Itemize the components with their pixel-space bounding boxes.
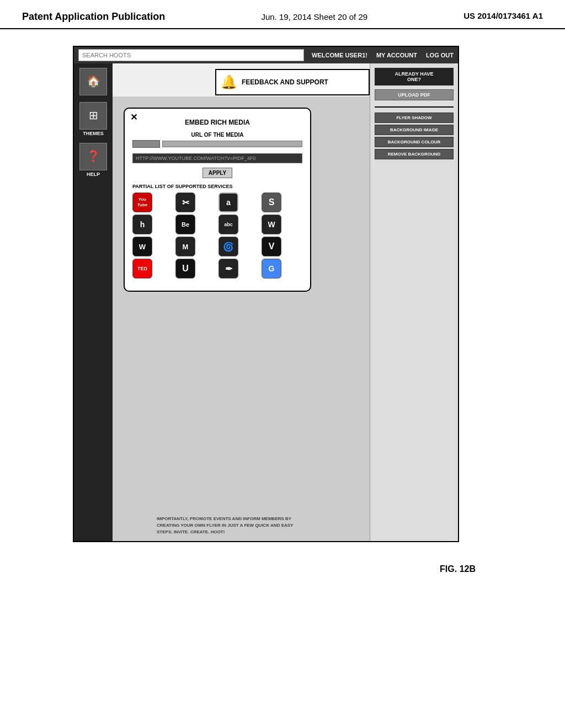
service-h[interactable]: h bbox=[132, 215, 152, 234]
app-wrapper: WELCOME USER1! MY ACCOUNT LOG OUT 🏠 ⊞ bbox=[73, 46, 459, 542]
nav-welcome: WELCOME USER1! bbox=[312, 52, 367, 58]
upload-pdf-button[interactable]: UPLOAD PDF bbox=[375, 89, 454, 100]
already-have-text: ALREADY HAVEONE? bbox=[375, 68, 454, 85]
sidebar-item-help[interactable]: ❓ bbox=[79, 143, 107, 170]
header-date-sheet: Jun. 19, 2014 Sheet 20 of 29 bbox=[261, 11, 367, 23]
modal-overlay: ✕ EMBED RICH MEDIA URL OF THE MEDIA APPL… bbox=[113, 97, 370, 541]
feedback-title: FEEDBACK AND SUPPORT bbox=[242, 78, 328, 86]
slider-area bbox=[132, 140, 302, 148]
apply-button[interactable]: APPLY bbox=[202, 168, 232, 178]
service-U[interactable]: U bbox=[175, 259, 195, 279]
option-remove-background[interactable]: REMOVE BACKGROUND bbox=[375, 149, 454, 159]
service-G[interactable]: G bbox=[262, 259, 281, 279]
url-input[interactable] bbox=[132, 153, 302, 163]
service-TED[interactable]: TED bbox=[132, 259, 152, 279]
option-background-image[interactable]: BACKGROUND IMAGE bbox=[375, 125, 454, 135]
feedback-panel: 🔔 FEEDBACK AND SUPPORT bbox=[215, 69, 370, 95]
service-abc[interactable]: abc bbox=[218, 215, 238, 234]
divider bbox=[375, 106, 454, 108]
option-flyer-shadow[interactable]: FLYER SHADOW bbox=[375, 113, 454, 123]
nav-links: WELCOME USER1! MY ACCOUNT LOG OUT bbox=[306, 52, 454, 58]
header-title: Patent Application Publication bbox=[22, 11, 165, 23]
help-icon: ❓ bbox=[87, 149, 100, 163]
home-icon: 🏠 bbox=[87, 74, 100, 88]
right-panel: ALREADY HAVEONE? UPLOAD PDF FLYER SHADOW… bbox=[370, 63, 458, 541]
service-swirl[interactable]: 🌀 bbox=[218, 237, 238, 256]
url-label: URL OF THE MEDIA bbox=[132, 132, 302, 138]
service-S[interactable]: S bbox=[262, 192, 281, 212]
themes-icon: ⊞ bbox=[89, 109, 98, 122]
search-input[interactable] bbox=[78, 49, 304, 61]
service-a-box[interactable]: a bbox=[218, 192, 238, 212]
service-M[interactable]: M bbox=[175, 237, 195, 256]
content-area: 🏠 ⊞ THEMES ❓ HELP bbox=[74, 63, 458, 541]
themes-label: THEMES bbox=[83, 131, 104, 136]
help-label: HELP bbox=[87, 172, 100, 177]
option-background-colour[interactable]: BACKGROUND COLOUR bbox=[375, 137, 454, 147]
service-pen[interactable]: ✒ bbox=[218, 259, 238, 279]
modal-close-button[interactable]: ✕ bbox=[130, 112, 137, 122]
services-label: PARTIAL LIST OF SUPPORTED SERVICES bbox=[132, 184, 302, 189]
nav-my-account[interactable]: MY ACCOUNT bbox=[376, 52, 417, 58]
feedback-icon: 🔔 bbox=[221, 74, 237, 90]
right-panel-inner: ALREADY HAVEONE? UPLOAD PDF FLYER SHADOW… bbox=[375, 68, 454, 159]
service-youtube[interactable]: YouTube bbox=[132, 192, 152, 212]
service-V[interactable]: V bbox=[262, 237, 281, 256]
service-W-bold[interactable]: W bbox=[262, 215, 281, 234]
figure-label: FIG. 12B bbox=[73, 553, 492, 574]
service-scissors[interactable]: ✂ bbox=[175, 192, 195, 212]
embed-rich-media-modal: ✕ EMBED RICH MEDIA URL OF THE MEDIA APPL… bbox=[124, 108, 311, 292]
slider-left-box bbox=[132, 140, 160, 148]
header-patent-number: US 2014/0173461 A1 bbox=[463, 11, 543, 20]
main-panel: 🔔 FEEDBACK AND SUPPORT ✕ EMBED RICH MEDI… bbox=[113, 63, 370, 541]
sidebar: 🏠 ⊞ THEMES ❓ HELP bbox=[74, 63, 113, 541]
main-content: WELCOME USER1! MY ACCOUNT LOG OUT 🏠 ⊞ bbox=[0, 40, 565, 580]
service-W[interactable]: W bbox=[132, 237, 152, 256]
slider-track[interactable] bbox=[162, 141, 302, 147]
top-nav-bar: WELCOME USER1! MY ACCOUNT LOG OUT bbox=[74, 47, 458, 63]
sidebar-item-themes[interactable]: ⊞ bbox=[79, 102, 107, 130]
service-Be[interactable]: Be bbox=[175, 215, 195, 234]
modal-title: EMBED RICH MEDIA bbox=[132, 119, 302, 126]
sidebar-item-home[interactable]: 🏠 bbox=[79, 68, 107, 95]
services-grid: YouTube ✂ a S h Be abc W W M 🌀 bbox=[132, 192, 302, 279]
page-header: Patent Application Publication Jun. 19, … bbox=[0, 0, 565, 29]
nav-log-out[interactable]: LOG OUT bbox=[426, 52, 454, 58]
